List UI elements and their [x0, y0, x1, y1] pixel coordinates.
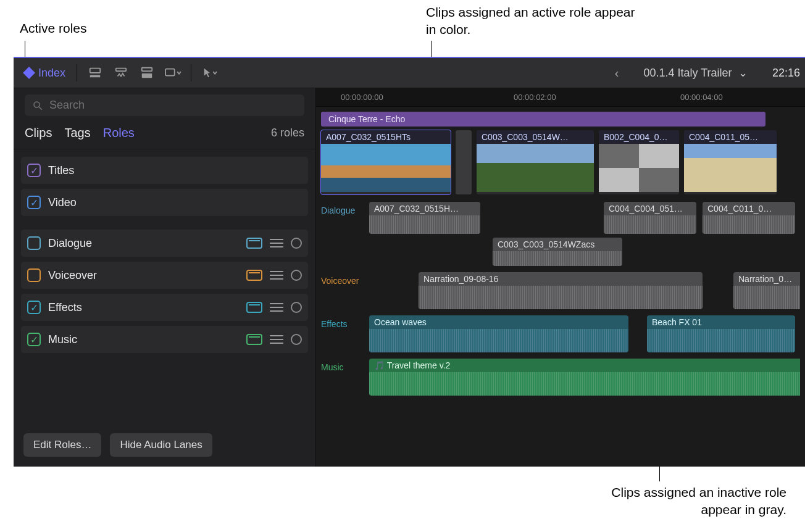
role-row-titles[interactable]: Titles [21, 157, 308, 184]
solo-icon[interactable] [291, 334, 302, 345]
clip-thumbnail [321, 144, 451, 192]
clip-name: Narration_09-08-16 [419, 272, 703, 286]
subrole-lanes-icon[interactable] [270, 335, 283, 344]
video-clip[interactable]: C003_C003_0514W… [477, 130, 594, 194]
show-subroles-icon[interactable] [246, 270, 262, 281]
primary-storyline: A007_C032_0515HTsC003_C003_0514W…B002_C0… [321, 130, 800, 194]
app-window: Index ‹ 00.1.4 Italy Trailer ⌄ 22:16 Sea… [14, 57, 805, 467]
audio-clip[interactable]: 🎵 Travel theme v.2 [369, 359, 800, 396]
title-clip-name: Cinque Terre - Echo [328, 114, 405, 124]
role-checkbox[interactable] [27, 301, 41, 314]
role-checkbox[interactable] [27, 196, 41, 209]
audio-clip[interactable]: A007_C032_0515H… [369, 202, 480, 234]
svg-rect-3 [142, 68, 152, 72]
audio-clip[interactable]: Narration_09-08-16 [419, 272, 703, 309]
role-row-voiceover[interactable]: Voiceover [21, 262, 308, 289]
lane-label-effects: Effects [321, 315, 369, 352]
video-clip[interactable]: A007_C032_0515HTs [321, 130, 451, 194]
project-back-button[interactable]: ‹ [615, 66, 619, 80]
index-tabs: Clips Tags Roles 6 roles [14, 122, 315, 149]
video-clip[interactable]: B002_C004_0… [599, 130, 679, 194]
clip-appearance-menu[interactable] [160, 64, 186, 82]
solo-icon[interactable] [291, 238, 302, 249]
clip-name: C004_C011_0… [703, 202, 795, 215]
project-name[interactable]: 00.1.4 Italy Trailer [643, 67, 732, 79]
search-icon [32, 100, 43, 111]
timeline-layout-icon-3[interactable] [134, 64, 160, 82]
subrole-lanes-icon[interactable] [270, 239, 283, 247]
waveform [604, 215, 696, 234]
waveform [369, 215, 480, 234]
edit-roles-button[interactable]: Edit Roles… [23, 433, 101, 457]
tab-tags[interactable]: Tags [64, 126, 90, 140]
role-row-dialogue[interactable]: Dialogue [21, 230, 308, 257]
timeline[interactable]: 00:00:00:0000:00:02:0000:00:04:00 Cinque… [316, 88, 805, 467]
audio-clip[interactable]: Ocean waves [369, 315, 628, 352]
solo-icon[interactable] [291, 270, 302, 281]
callout-inactive-gray: Clips assigned an inactive role appear i… [570, 484, 786, 519]
audio-clip[interactable]: Beach FX 01 [647, 315, 795, 352]
lane-effects: Effects Ocean wavesBeach FX 01 [321, 315, 800, 352]
waveform [647, 329, 795, 352]
waveform [733, 286, 800, 309]
show-subroles-icon[interactable] [246, 238, 262, 249]
title-clip[interactable]: Cinque Terre - Echo [321, 112, 765, 127]
role-checkbox[interactable] [27, 333, 41, 346]
solo-icon[interactable] [291, 302, 302, 313]
lane-music: Music 🎵 Travel theme v.2 [321, 359, 800, 396]
clip-name: Beach FX 01 [647, 315, 795, 329]
tab-clips[interactable]: Clips [25, 126, 52, 140]
lane-label-voiceover: Voiceover [321, 272, 369, 309]
project-duration: 22:16 [772, 67, 800, 80]
show-subroles-icon[interactable] [246, 334, 262, 345]
role-row-video[interactable]: Video [21, 189, 308, 216]
clip-name: C003_C003_0514W… [477, 130, 594, 144]
video-clip[interactable]: C004_C011_05… [684, 130, 777, 194]
search-input[interactable]: Search [25, 94, 304, 116]
audio-clip[interactable]: C003_C003_0514WZacs [493, 238, 622, 266]
role-checkbox[interactable] [27, 236, 41, 250]
tool-selector[interactable] [196, 64, 222, 82]
tab-roles[interactable]: Roles [103, 126, 135, 140]
role-row-effects[interactable]: Effects [21, 294, 308, 321]
project-menu-chevron[interactable]: ⌄ [738, 67, 748, 79]
subrole-lanes-icon[interactable] [270, 303, 283, 312]
svg-rect-1 [90, 75, 101, 78]
ruler-tick: 00:00:04:00 [680, 93, 723, 102]
role-checkbox[interactable] [27, 268, 41, 282]
time-ruler[interactable]: 00:00:00:0000:00:02:0000:00:04:00 [316, 88, 805, 107]
timeline-layout-icon-1[interactable] [82, 64, 108, 82]
subrole-lanes-icon[interactable] [270, 271, 283, 280]
gap-clip[interactable] [456, 130, 472, 194]
clip-name: C003_C003_0514WZacs [493, 238, 622, 251]
waveform [419, 286, 703, 309]
clip-name: C004_C004_051… [604, 202, 696, 215]
timeline-layout-icon-2[interactable] [108, 64, 134, 82]
lane-dialogue: Dialogue A007_C032_0515H…C004_C004_051…C… [321, 202, 800, 234]
audio-clip[interactable]: Narration_0… [733, 272, 800, 309]
hide-audio-lanes-button[interactable]: Hide Audio Lanes [110, 433, 212, 457]
role-name: Voiceover [48, 269, 97, 282]
index-button[interactable]: Index [19, 63, 72, 83]
callout-active-color: Clips assigned an active role appear in … [426, 4, 642, 39]
roles-list: TitlesVideoDialogueVoiceoverEffectsMusic [14, 149, 315, 358]
role-name: Dialogue [48, 237, 92, 250]
callout-active-roles: Active roles [20, 20, 87, 37]
show-subroles-icon[interactable] [246, 302, 262, 313]
diamond-icon [23, 67, 35, 79]
role-name: Music [48, 333, 77, 346]
search-placeholder: Search [49, 99, 85, 112]
waveform [369, 329, 628, 352]
audio-clip[interactable]: C004_C011_0… [703, 202, 795, 234]
waveform [369, 372, 800, 396]
role-name: Video [48, 196, 77, 209]
svg-rect-0 [90, 69, 101, 73]
lane-label-dialogue: Dialogue [321, 202, 369, 234]
clip-name: 🎵 Travel theme v.2 [369, 359, 800, 372]
audio-clip[interactable]: C004_C004_051… [604, 202, 696, 234]
ruler-tick: 00:00:00:00 [341, 93, 383, 102]
role-row-music[interactable]: Music [21, 326, 308, 353]
index-panel: Search Clips Tags Roles 6 roles TitlesVi… [14, 88, 316, 467]
role-checkbox[interactable] [27, 164, 41, 177]
lane-label-music: Music [321, 359, 369, 396]
